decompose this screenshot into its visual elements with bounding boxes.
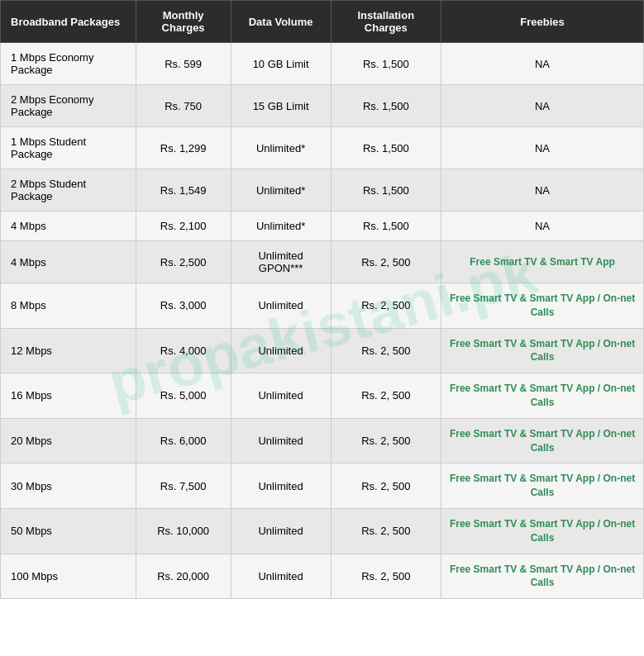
cell-freebies: NA [441,85,644,127]
cell-package: 2 Mbps Student Package [1,169,136,212]
cell-monthly: Rs. 10,000 [136,508,231,554]
cell-monthly: Rs. 4,000 [136,328,231,373]
cell-freebies: Free Smart TV & Smart TV App / On-net Ca… [441,283,644,329]
table-row: 1 Mbps Economy PackageRs. 59910 GB Limit… [1,43,644,85]
cell-installation: Rs. 2, 500 [331,418,441,463]
cell-freebies: Free Smart TV & Smart TV App / On-net Ca… [441,508,644,554]
cell-data: Unlimited* [231,212,331,241]
cell-data: 15 GB Limit [231,85,331,127]
cell-data: Unlimited [231,283,331,329]
cell-monthly: Rs. 3,000 [136,283,231,329]
cell-package: 30 Mbps [1,463,136,509]
cell-freebies: NA [441,169,644,212]
table-row: 30 MbpsRs. 7,500UnlimitedRs. 2, 500Free … [1,463,644,509]
cell-freebies: NA [441,127,644,169]
cell-freebies: Free Smart TV & Smart TV App / On-net Ca… [441,554,644,599]
cell-freebies: Free Smart TV & Smart TV App / On-net Ca… [441,328,644,373]
table-row: 100 MbpsRs. 20,000UnlimitedRs. 2, 500Fre… [1,554,644,599]
cell-monthly: Rs. 599 [136,43,231,85]
cell-package: 20 Mbps [1,418,136,463]
cell-monthly: Rs. 1,299 [136,127,231,169]
table-row: 50 MbpsRs. 10,000UnlimitedRs. 2, 500Free… [1,508,644,554]
cell-monthly: Rs. 6,000 [136,418,231,463]
cell-package: 4 Mbps [1,241,136,283]
col-header-installation: Installation Charges [331,1,441,43]
table-row: 1 Mbps Student PackageRs. 1,299Unlimited… [1,127,644,169]
cell-package: 1 Mbps Student Package [1,127,136,169]
cell-data: Unlimited [231,508,331,554]
cell-data: Unlimited [231,418,331,463]
col-header-monthly: Monthly Charges [136,1,231,43]
broadband-packages-table: Broadband Packages Monthly Charges Data … [0,0,644,599]
cell-installation: Rs. 2, 500 [331,373,441,419]
cell-data: Unlimited* [231,127,331,169]
cell-freebies: Free Smart TV & Smart TV App [441,241,644,283]
col-header-package: Broadband Packages [1,1,136,43]
cell-package: 1 Mbps Economy Package [1,43,136,85]
cell-installation: Rs. 2, 500 [331,463,441,509]
cell-freebies: NA [441,212,644,241]
cell-monthly: Rs. 2,500 [136,241,231,283]
cell-monthly: Rs. 20,000 [136,554,231,599]
col-header-data: Data Volume [231,1,331,43]
cell-monthly: Rs. 7,500 [136,463,231,509]
cell-installation: Rs. 1,500 [331,85,441,127]
cell-monthly: Rs. 5,000 [136,373,231,419]
cell-installation: Rs. 2, 500 [331,328,441,373]
cell-package: 12 Mbps [1,328,136,373]
table-header-row: Broadband Packages Monthly Charges Data … [1,1,644,43]
cell-package: 16 Mbps [1,373,136,419]
col-header-freebies: Freebies [441,1,644,43]
cell-data: Unlimited GPON*** [231,241,331,283]
cell-monthly: Rs. 750 [136,85,231,127]
cell-package: 4 Mbps [1,212,136,241]
cell-monthly: Rs. 1,549 [136,169,231,212]
table-row: 16 MbpsRs. 5,000UnlimitedRs. 2, 500Free … [1,373,644,419]
cell-data: Unlimited [231,328,331,373]
table-row: 2 Mbps Economy PackageRs. 75015 GB Limit… [1,85,644,127]
table-row: 12 MbpsRs. 4,000UnlimitedRs. 2, 500Free … [1,328,644,373]
cell-monthly: Rs. 2,100 [136,212,231,241]
cell-data: 10 GB Limit [231,43,331,85]
cell-installation: Rs. 2, 500 [331,283,441,329]
cell-data: Unlimited [231,373,331,419]
cell-freebies: Free Smart TV & Smart TV App / On-net Ca… [441,463,644,509]
cell-package: 100 Mbps [1,554,136,599]
table-row: 4 MbpsRs. 2,100Unlimited*Rs. 1,500NA [1,212,644,241]
cell-installation: Rs. 1,500 [331,127,441,169]
cell-data: Unlimited* [231,169,331,212]
cell-freebies: NA [441,43,644,85]
cell-data: Unlimited [231,554,331,599]
cell-data: Unlimited [231,463,331,509]
table-row: 20 MbpsRs. 6,000UnlimitedRs. 2, 500Free … [1,418,644,463]
cell-package: 8 Mbps [1,283,136,329]
cell-freebies: Free Smart TV & Smart TV App / On-net Ca… [441,373,644,419]
cell-installation: Rs. 1,500 [331,169,441,212]
cell-package: 2 Mbps Economy Package [1,85,136,127]
table-row: 8 MbpsRs. 3,000UnlimitedRs. 2, 500Free S… [1,283,644,329]
cell-installation: Rs. 2, 500 [331,241,441,283]
cell-installation: Rs. 2, 500 [331,508,441,554]
cell-freebies: Free Smart TV & Smart TV App / On-net Ca… [441,418,644,463]
cell-package: 50 Mbps [1,508,136,554]
table-row: 4 MbpsRs. 2,500Unlimited GPON***Rs. 2, 5… [1,241,644,283]
table-row: 2 Mbps Student PackageRs. 1,549Unlimited… [1,169,644,212]
cell-installation: Rs. 1,500 [331,212,441,241]
cell-installation: Rs. 2, 500 [331,554,441,599]
cell-installation: Rs. 1,500 [331,43,441,85]
